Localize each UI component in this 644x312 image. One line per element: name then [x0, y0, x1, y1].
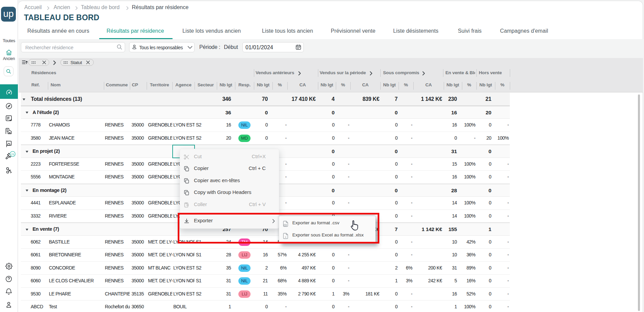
svg-text:23: 23 — [11, 153, 14, 156]
